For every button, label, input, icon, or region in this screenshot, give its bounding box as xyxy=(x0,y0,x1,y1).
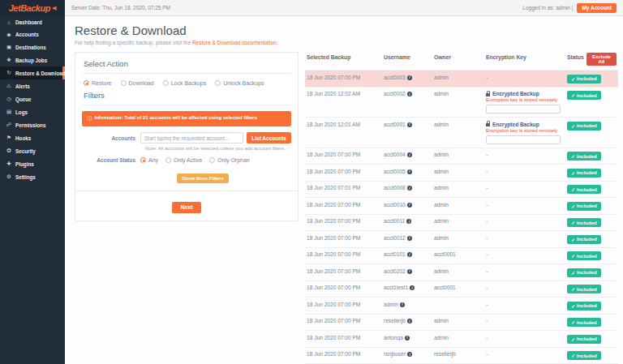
account-info-icon[interactable]: i xyxy=(407,92,412,96)
included-toggle-button[interactable]: ✓Included xyxy=(567,285,601,293)
action-radio-lock-backups[interactable]: Lock Backups xyxy=(163,80,207,86)
header-encryption-key[interactable]: Encryption Key xyxy=(484,49,565,64)
accounts-note: Note: All accounts will be selected unle… xyxy=(75,143,298,151)
backup-date: 18 Jun 2020 07:00 PM xyxy=(305,231,382,244)
backup-username: admini xyxy=(382,298,432,310)
included-toggle-button[interactable]: ✓Included xyxy=(567,152,601,161)
radio-icon[interactable] xyxy=(165,157,171,163)
account-info-icon[interactable]: i xyxy=(407,269,412,274)
included-toggle-button[interactable]: ✓Included xyxy=(567,251,601,260)
sidebar-item-dashboard[interactable]: ⌂ Dashboard xyxy=(0,16,65,28)
included-toggle-button[interactable]: ✓Included xyxy=(567,351,601,360)
check-icon: ✓ xyxy=(571,186,575,192)
sidebar-item-alerts[interactable]: ⚠ Alerts xyxy=(0,79,65,92)
account-info-icon[interactable]: i xyxy=(400,302,405,307)
account-info-icon[interactable]: i xyxy=(407,122,412,127)
radio-icon[interactable] xyxy=(84,80,89,86)
encryption-key-input[interactable] xyxy=(486,135,561,144)
sidebar-item-settings[interactable]: ⚙ Settings xyxy=(0,170,65,183)
show-more-filters-button[interactable]: Show More Filters xyxy=(177,173,229,183)
backup-owner: admin xyxy=(432,315,484,328)
encryption-key-cell: - xyxy=(484,215,565,228)
sidebar-item-backup-jobs[interactable]: ❖ Backup Jobs xyxy=(0,54,65,66)
encryption-key-cell: Encrypted BackupEncryption key is stored… xyxy=(484,88,565,118)
included-toggle-button[interactable]: ✓Included xyxy=(567,169,601,178)
account-info-icon[interactable]: i xyxy=(407,152,412,157)
check-icon: ✓ xyxy=(571,220,575,225)
radio-icon[interactable] xyxy=(163,80,169,86)
radio-icon[interactable] xyxy=(209,157,215,163)
backup-username: acct0010i xyxy=(382,198,432,211)
included-toggle-button[interactable]: ✓Included xyxy=(567,235,601,244)
backup-username: acct0011i xyxy=(382,215,432,228)
folder-icon: ▣ xyxy=(6,44,12,50)
sidebar-item-queue[interactable]: ◷ Queue xyxy=(0,92,65,105)
included-toggle-button[interactable]: ✓Included xyxy=(567,122,601,131)
status-radio-only-orphan[interactable]: Only Orphan xyxy=(209,157,250,163)
accounts-label: Accounts xyxy=(82,135,140,141)
list-accounts-button[interactable]: List Accounts xyxy=(247,132,291,143)
sidebar-item-destinations[interactable]: ▣ Destinations xyxy=(0,41,65,54)
exclude-all-button[interactable]: Exclude All xyxy=(586,53,617,66)
docs-link[interactable]: Restore & Download documentation. xyxy=(192,40,278,45)
included-toggle-button[interactable]: ✓Included xyxy=(567,302,601,310)
account-info-icon[interactable]: i xyxy=(406,219,411,224)
table-row: 18 Jun 2020 07:00 PM acct0004i admin - ✓… xyxy=(305,148,618,165)
account-info-icon[interactable]: i xyxy=(407,352,412,357)
sidebar-item-accounts[interactable]: ☻ Accounts xyxy=(0,28,65,41)
check-icon: ✓ xyxy=(571,237,575,242)
account-info-icon[interactable]: i xyxy=(410,285,415,290)
included-toggle-button[interactable]: ✓Included xyxy=(567,91,601,100)
radio-icon[interactable] xyxy=(215,80,221,86)
app-logo-text: JetBackup xyxy=(9,3,50,13)
included-toggle-button[interactable]: ✓Included xyxy=(567,75,601,84)
included-toggle-button[interactable]: ✓Included xyxy=(567,185,601,194)
backup-date: 18 Jun 2020 07:00 PM xyxy=(305,215,382,228)
account-info-icon[interactable]: i xyxy=(407,75,412,80)
sidebar-collapse-icon[interactable]: ◀ xyxy=(52,5,56,11)
radio-icon[interactable] xyxy=(140,157,146,163)
account-info-icon[interactable]: i xyxy=(407,319,412,323)
sidebar-item-permissions[interactable]: ☍ Permissions xyxy=(0,118,65,131)
sidebar-item-security[interactable]: ✪ Security xyxy=(0,144,65,157)
account-info-icon[interactable]: i xyxy=(407,236,412,241)
status-radio-only-active[interactable]: Only Active xyxy=(165,157,202,163)
my-account-button[interactable]: My Account xyxy=(577,3,617,13)
included-toggle-button[interactable]: ✓Included xyxy=(567,318,601,327)
app-logo[interactable]: JetBackup ◀ xyxy=(0,0,65,16)
table-header-row: Selected Backup Username Owner Encryptio… xyxy=(305,49,618,71)
encryption-key-input[interactable] xyxy=(486,105,561,113)
account-info-icon[interactable]: i xyxy=(407,169,412,174)
page-help-text: For help finding a specific backup, plea… xyxy=(75,40,613,45)
sidebar-item-plugins[interactable]: ✚ Plugins xyxy=(0,157,65,170)
radio-icon[interactable] xyxy=(121,80,127,86)
backup-username: acct0101i xyxy=(382,248,432,261)
action-radio-download[interactable]: Download xyxy=(121,80,154,86)
account-info-icon[interactable]: i xyxy=(407,186,412,191)
account-info-icon[interactable]: i xyxy=(405,336,410,340)
sidebar-item-logs[interactable]: ▤ Logs xyxy=(0,105,65,118)
action-radio-unlock-backups[interactable]: Unlock Backups xyxy=(215,80,264,86)
included-toggle-button[interactable]: ✓Included xyxy=(567,268,601,277)
sidebar-item-hooks[interactable]: ⚑ Hooks xyxy=(0,131,65,144)
account-info-icon[interactable]: i xyxy=(407,203,412,208)
table-row: 18 Jun 2020 07:00 PM acct0005i admin - ✓… xyxy=(305,165,618,182)
backup-date: 18 Jun 2020 07:00 PM xyxy=(305,264,382,277)
backup-date: 18 Jun 2020 07:00 PM xyxy=(305,148,382,161)
next-button[interactable]: Next xyxy=(172,202,200,213)
backup-username: acct0001i xyxy=(382,118,432,131)
sidebar-item-restore-download[interactable]: ↻ Restore & Download xyxy=(0,66,65,79)
accounts-input[interactable] xyxy=(140,132,243,143)
included-toggle-button[interactable]: ✓Included xyxy=(567,202,601,211)
encryption-key-cell: - xyxy=(484,281,565,294)
select-action-panel: Select Action RestoreDownloadLock Backup… xyxy=(75,52,299,221)
included-toggle-button[interactable]: ✓Included xyxy=(567,218,601,227)
action-radio-restore[interactable]: Restore xyxy=(84,80,112,86)
header-owner[interactable]: Owner xyxy=(432,49,484,64)
header-username[interactable]: Username xyxy=(382,49,432,64)
main-content: Restore & Download For help finding a sp… xyxy=(65,16,623,364)
status-radio-any[interactable]: Any xyxy=(140,157,158,163)
account-info-icon[interactable]: i xyxy=(407,252,412,257)
header-selected-backup[interactable]: Selected Backup xyxy=(305,49,382,64)
included-toggle-button[interactable]: ✓Included xyxy=(567,335,601,344)
